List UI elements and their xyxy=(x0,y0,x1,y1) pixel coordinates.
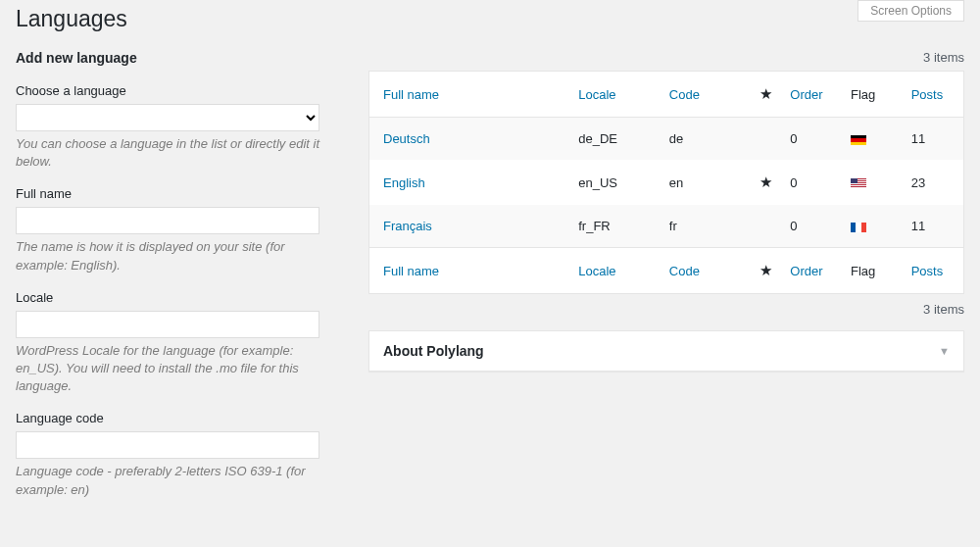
th-code[interactable]: Code xyxy=(662,72,753,118)
star-icon: ★ xyxy=(760,262,772,278)
flag-icon xyxy=(851,223,866,232)
choose-language-help: You can choose a language in the list or… xyxy=(16,135,339,171)
tf-posts[interactable]: Posts xyxy=(904,248,964,294)
code-input[interactable] xyxy=(16,431,319,459)
language-code: fr xyxy=(662,205,753,248)
th-posts[interactable]: Posts xyxy=(904,72,964,118)
th-default: ★ xyxy=(752,72,782,118)
language-posts: 23 xyxy=(904,160,964,205)
star-icon: ★ xyxy=(760,174,772,190)
about-polylang-box: About Polylang ▼ xyxy=(368,330,964,372)
flag-icon xyxy=(851,178,866,188)
choose-language-label: Choose a language xyxy=(16,83,339,98)
code-help: Language code - preferably 2-letters ISO… xyxy=(16,463,339,498)
about-polylang-title: About Polylang xyxy=(383,343,484,359)
locale-label: Locale xyxy=(16,290,339,305)
table-row: Englishen_USen★023 xyxy=(369,160,964,205)
about-polylang-toggle[interactable]: About Polylang ▼ xyxy=(369,331,963,371)
language-order: 0 xyxy=(782,118,843,161)
fullname-input[interactable] xyxy=(16,207,319,234)
th-locale[interactable]: Locale xyxy=(570,72,662,118)
fullname-label: Full name xyxy=(16,186,339,201)
tf-order[interactable]: Order xyxy=(782,248,843,294)
language-posts: 11 xyxy=(904,205,964,248)
language-default: ★ xyxy=(752,160,782,205)
language-code: de xyxy=(662,118,753,161)
language-locale: de_DE xyxy=(570,118,662,161)
screen-options-button[interactable]: Screen Options xyxy=(858,0,964,22)
language-flag xyxy=(843,205,904,248)
language-flag xyxy=(843,160,904,205)
locale-input[interactable] xyxy=(16,311,319,338)
tf-code[interactable]: Code xyxy=(662,248,753,294)
table-row: Deutschde_DEde011 xyxy=(369,118,964,161)
tf-locale[interactable]: Locale xyxy=(570,248,662,294)
code-label: Language code xyxy=(16,411,339,425)
page-title: Languages xyxy=(16,0,964,50)
language-locale: en_US xyxy=(570,160,662,205)
language-order: 0 xyxy=(782,205,843,248)
language-locale: fr_FR xyxy=(570,205,662,248)
flag-icon xyxy=(851,135,866,145)
languages-table: Full name Locale Code ★ Order Flag Posts… xyxy=(368,71,964,294)
star-icon: ★ xyxy=(760,85,772,102)
th-order[interactable]: Order xyxy=(782,72,843,118)
language-order: 0 xyxy=(782,160,843,205)
choose-language-select[interactable] xyxy=(16,104,319,131)
screen-options-label: Screen Options xyxy=(870,4,952,18)
language-name-link[interactable]: Français xyxy=(383,219,432,233)
items-count-top: 3 items xyxy=(368,50,964,65)
tf-fullname[interactable]: Full name xyxy=(369,248,571,294)
table-row: Françaisfr_FRfr011 xyxy=(369,205,964,248)
language-posts: 11 xyxy=(904,118,964,161)
tf-default: ★ xyxy=(752,248,782,294)
th-fullname[interactable]: Full name xyxy=(369,72,571,118)
items-count-bottom: 3 items xyxy=(368,302,964,317)
locale-help: WordPress Locale for the language (for e… xyxy=(16,342,339,396)
chevron-down-icon: ▼ xyxy=(939,345,950,357)
form-title: Add new language xyxy=(16,50,339,66)
th-flag: Flag xyxy=(843,72,904,118)
tf-flag: Flag xyxy=(843,248,904,294)
language-name-link[interactable]: English xyxy=(383,175,425,190)
language-flag xyxy=(843,118,904,161)
language-default xyxy=(752,118,782,161)
fullname-help: The name is how it is displayed on your … xyxy=(16,238,339,274)
language-code: en xyxy=(662,160,753,205)
language-name-link[interactable]: Deutsch xyxy=(383,131,430,146)
language-default xyxy=(752,205,782,248)
